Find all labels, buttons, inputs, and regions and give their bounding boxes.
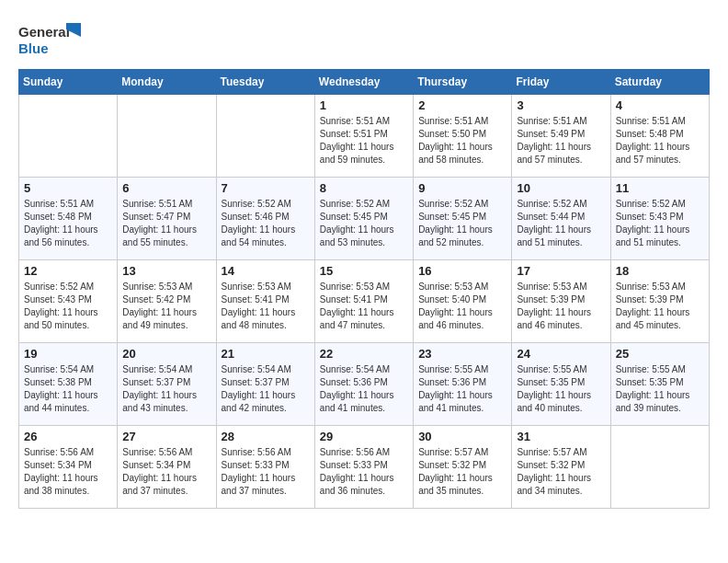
calendar-cell: 9Sunrise: 5:52 AM Sunset: 5:45 PM Daylig… [414,178,512,260]
day-number: 20 [122,347,210,361]
calendar-cell: 7Sunrise: 5:52 AM Sunset: 5:46 PM Daylig… [216,178,314,260]
day-info: Sunrise: 5:51 AM Sunset: 5:49 PM Dayligh… [517,115,605,167]
calendar-cell: 22Sunrise: 5:54 AM Sunset: 5:36 PM Dayli… [314,343,413,426]
calendar-cell: 8Sunrise: 5:52 AM Sunset: 5:45 PM Daylig… [314,178,413,260]
day-info: Sunrise: 5:52 AM Sunset: 5:43 PM Dayligh… [24,281,112,332]
logo: GeneralBlue [18,18,83,60]
calendar-cell: 26Sunrise: 5:56 AM Sunset: 5:34 PM Dayli… [19,426,118,509]
day-info: Sunrise: 5:53 AM Sunset: 5:41 PM Dayligh… [222,281,310,332]
day-number: 27 [122,430,210,443]
col-header-thursday: Thursday [414,70,512,95]
day-number: 1 [320,98,408,112]
day-info: Sunrise: 5:54 AM Sunset: 5:37 PM Dayligh… [122,363,210,415]
calendar-cell: 16Sunrise: 5:53 AM Sunset: 5:40 PM Dayli… [414,260,512,343]
day-info: Sunrise: 5:52 AM Sunset: 5:44 PM Dayligh… [517,198,605,249]
day-number: 2 [418,98,506,112]
col-header-sunday: Sunday [19,70,118,95]
calendar-cell: 23Sunrise: 5:55 AM Sunset: 5:36 PM Dayli… [414,343,512,426]
day-info: Sunrise: 5:56 AM Sunset: 5:34 PM Dayligh… [122,446,210,498]
day-number: 24 [517,347,605,361]
day-number: 18 [616,264,704,278]
calendar-cell: 4Sunrise: 5:51 AM Sunset: 5:48 PM Daylig… [610,95,709,178]
day-info: Sunrise: 5:52 AM Sunset: 5:45 PM Dayligh… [418,198,506,249]
calendar-cell: 15Sunrise: 5:53 AM Sunset: 5:41 PM Dayli… [314,260,413,343]
day-number: 29 [320,430,408,443]
day-info: Sunrise: 5:57 AM Sunset: 5:32 PM Dayligh… [418,446,506,498]
calendar-cell: 5Sunrise: 5:51 AM Sunset: 5:48 PM Daylig… [19,178,118,260]
day-info: Sunrise: 5:55 AM Sunset: 5:35 PM Dayligh… [616,363,704,415]
day-info: Sunrise: 5:54 AM Sunset: 5:36 PM Dayligh… [320,363,408,415]
day-number: 3 [517,98,605,112]
svg-text:General: General [18,24,70,40]
day-info: Sunrise: 5:53 AM Sunset: 5:42 PM Dayligh… [122,281,210,332]
day-number: 6 [122,181,210,195]
calendar-cell: 6Sunrise: 5:51 AM Sunset: 5:47 PM Daylig… [118,178,216,260]
day-info: Sunrise: 5:55 AM Sunset: 5:36 PM Dayligh… [418,363,506,415]
day-number: 19 [24,347,112,361]
calendar-cell: 3Sunrise: 5:51 AM Sunset: 5:49 PM Daylig… [512,95,610,178]
calendar-cell [19,95,118,178]
calendar-cell: 28Sunrise: 5:56 AM Sunset: 5:33 PM Dayli… [216,426,314,509]
calendar-cell: 12Sunrise: 5:52 AM Sunset: 5:43 PM Dayli… [19,260,118,343]
day-number: 28 [222,430,310,443]
day-info: Sunrise: 5:51 AM Sunset: 5:50 PM Dayligh… [418,115,506,167]
calendar-cell [216,95,314,178]
day-number: 9 [418,181,506,195]
day-number: 14 [222,264,310,278]
calendar-cell: 11Sunrise: 5:52 AM Sunset: 5:43 PM Dayli… [610,178,709,260]
day-number: 26 [24,430,112,443]
page-header: GeneralBlue [18,18,710,60]
day-number: 8 [320,181,408,195]
day-info: Sunrise: 5:51 AM Sunset: 5:48 PM Dayligh… [616,115,704,167]
day-number: 5 [24,181,112,195]
calendar-cell: 25Sunrise: 5:55 AM Sunset: 5:35 PM Dayli… [610,343,709,426]
calendar-cell: 17Sunrise: 5:53 AM Sunset: 5:39 PM Dayli… [512,260,610,343]
day-number: 13 [122,264,210,278]
day-number: 22 [320,347,408,361]
day-number: 4 [616,98,704,112]
day-info: Sunrise: 5:53 AM Sunset: 5:39 PM Dayligh… [616,281,704,332]
day-info: Sunrise: 5:55 AM Sunset: 5:35 PM Dayligh… [517,363,605,415]
day-info: Sunrise: 5:56 AM Sunset: 5:33 PM Dayligh… [320,446,408,498]
calendar-cell: 18Sunrise: 5:53 AM Sunset: 5:39 PM Dayli… [610,260,709,343]
day-number: 31 [517,430,605,443]
calendar-cell: 27Sunrise: 5:56 AM Sunset: 5:34 PM Dayli… [118,426,216,509]
calendar-cell: 24Sunrise: 5:55 AM Sunset: 5:35 PM Dayli… [512,343,610,426]
logo-svg: GeneralBlue [18,18,83,60]
col-header-friday: Friday [512,70,610,95]
day-number: 25 [616,347,704,361]
day-number: 7 [222,181,310,195]
calendar-cell: 21Sunrise: 5:54 AM Sunset: 5:37 PM Dayli… [216,343,314,426]
col-header-tuesday: Tuesday [216,70,314,95]
day-number: 10 [517,181,605,195]
day-info: Sunrise: 5:52 AM Sunset: 5:45 PM Dayligh… [320,198,408,249]
day-number: 12 [24,264,112,278]
calendar-cell: 31Sunrise: 5:57 AM Sunset: 5:32 PM Dayli… [512,426,610,509]
calendar-table: SundayMondayTuesdayWednesdayThursdayFrid… [18,69,710,509]
col-header-wednesday: Wednesday [314,70,413,95]
calendar-cell: 30Sunrise: 5:57 AM Sunset: 5:32 PM Dayli… [414,426,512,509]
day-number: 15 [320,264,408,278]
col-header-saturday: Saturday [610,70,709,95]
svg-text:Blue: Blue [18,40,49,56]
calendar-cell [118,95,216,178]
day-number: 17 [517,264,605,278]
day-info: Sunrise: 5:54 AM Sunset: 5:37 PM Dayligh… [222,363,310,415]
day-number: 11 [616,181,704,195]
calendar-cell: 29Sunrise: 5:56 AM Sunset: 5:33 PM Dayli… [314,426,413,509]
day-info: Sunrise: 5:54 AM Sunset: 5:38 PM Dayligh… [24,363,112,415]
day-info: Sunrise: 5:52 AM Sunset: 5:43 PM Dayligh… [616,198,704,249]
day-number: 30 [418,430,506,443]
calendar-cell: 10Sunrise: 5:52 AM Sunset: 5:44 PM Dayli… [512,178,610,260]
calendar-cell [610,426,709,509]
day-info: Sunrise: 5:51 AM Sunset: 5:51 PM Dayligh… [320,115,408,167]
calendar-cell: 19Sunrise: 5:54 AM Sunset: 5:38 PM Dayli… [19,343,118,426]
day-info: Sunrise: 5:51 AM Sunset: 5:47 PM Dayligh… [122,198,210,249]
calendar-cell: 2Sunrise: 5:51 AM Sunset: 5:50 PM Daylig… [414,95,512,178]
day-info: Sunrise: 5:57 AM Sunset: 5:32 PM Dayligh… [517,446,605,498]
day-info: Sunrise: 5:56 AM Sunset: 5:33 PM Dayligh… [222,446,310,498]
col-header-monday: Monday [118,70,216,95]
day-info: Sunrise: 5:53 AM Sunset: 5:40 PM Dayligh… [418,281,506,332]
day-info: Sunrise: 5:51 AM Sunset: 5:48 PM Dayligh… [24,198,112,249]
day-info: Sunrise: 5:52 AM Sunset: 5:46 PM Dayligh… [222,198,310,249]
